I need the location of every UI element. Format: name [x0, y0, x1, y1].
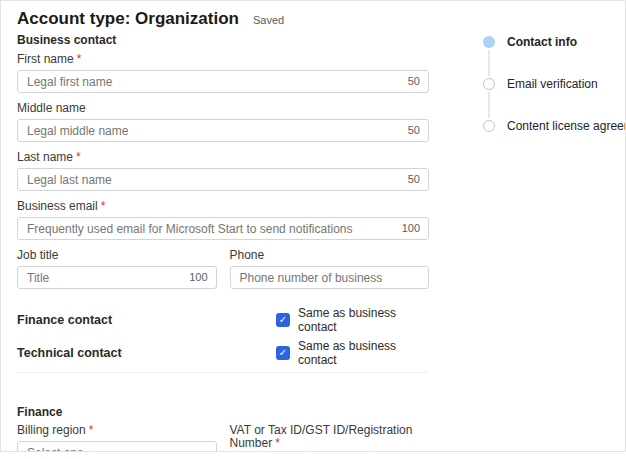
- job-title-field: Job title 100: [17, 249, 217, 289]
- business-email-input-wrap: 100: [17, 217, 429, 240]
- technical-same-as-business-checkbox[interactable]: ✓: [276, 346, 290, 360]
- job-phone-row: Job title 100 Phone: [17, 249, 429, 298]
- first-name-input[interactable]: [17, 70, 429, 93]
- step-label: Contact info: [507, 35, 577, 49]
- finance-row: Billing region* Select one VAT or Tax ID…: [17, 424, 429, 452]
- technical-same-as-business-label[interactable]: Same as business contact: [298, 339, 429, 367]
- checkmark-icon: ✓: [279, 347, 287, 358]
- technical-contact-heading: Technical contact: [17, 346, 276, 360]
- required-asterisk: *: [77, 52, 82, 66]
- step-active-dot-icon: [483, 36, 495, 48]
- phone-label-text: Phone: [230, 248, 265, 262]
- business-contact-heading: Business contact: [17, 33, 429, 47]
- step-content-license-agreement[interactable]: Content license agreement: [483, 120, 626, 132]
- job-title-label-text: Job title: [17, 248, 58, 262]
- finance-heading: Finance: [17, 405, 429, 419]
- step-connector: [488, 92, 490, 118]
- business-email-label: Business email*: [17, 200, 429, 213]
- finance-same-as-business-checkbox[interactable]: ✓: [276, 313, 290, 327]
- phone-field: Phone: [230, 249, 430, 289]
- business-email-label-text: Business email: [17, 199, 98, 213]
- chevron-down-icon: [199, 450, 206, 452]
- step-pending-dot-icon: [483, 78, 495, 90]
- billing-region-selected-value: Select one: [27, 446, 84, 453]
- technical-contact-row: Technical contact ✓ Same as business con…: [17, 343, 429, 363]
- job-title-input-wrap: 100: [17, 266, 217, 289]
- step-label: Email verification: [507, 77, 598, 91]
- middle-name-label-text: Middle name: [17, 101, 86, 115]
- business-email-field: Business email* 100: [17, 200, 429, 240]
- checkmark-icon: ✓: [279, 314, 287, 325]
- phone-label: Phone: [230, 249, 430, 262]
- step-contact-info[interactable]: Contact info: [483, 36, 626, 48]
- last-name-label-text: Last name: [17, 150, 73, 164]
- vat-label: VAT or Tax ID/GST ID/Registration Number…: [230, 424, 430, 450]
- middle-name-input[interactable]: [17, 119, 429, 142]
- finance-contact-heading: Finance contact: [17, 313, 276, 327]
- required-asterisk: *: [76, 150, 81, 164]
- business-email-input[interactable]: [17, 217, 429, 240]
- page-title: Account type: Organization: [17, 9, 239, 29]
- saved-status: Saved: [253, 14, 284, 26]
- job-title-input[interactable]: [17, 266, 217, 289]
- phone-input[interactable]: [230, 266, 430, 289]
- vat-field: VAT or Tax ID/GST ID/Registration Number…: [230, 424, 430, 452]
- phone-input-wrap: [230, 266, 430, 289]
- step-email-verification[interactable]: Email verification: [483, 78, 626, 90]
- section-divider: [17, 372, 429, 373]
- step-pending-dot-icon: [483, 120, 495, 132]
- required-asterisk: *: [89, 423, 94, 437]
- last-name-input-wrap: 50: [17, 168, 429, 191]
- required-asterisk: *: [101, 199, 106, 213]
- billing-region-label-text: Billing region: [17, 423, 86, 437]
- page-header: Account type: Organization Saved: [17, 9, 429, 29]
- finance-contact-row: Finance contact ✓ Same as business conta…: [17, 310, 429, 330]
- middle-name-label: Middle name: [17, 102, 429, 115]
- last-name-label: Last name*: [17, 151, 429, 164]
- middle-name-field: Middle name 50: [17, 102, 429, 142]
- step-label: Content license agreement: [507, 119, 626, 133]
- middle-name-input-wrap: 50: [17, 119, 429, 142]
- first-name-input-wrap: 50: [17, 70, 429, 93]
- billing-region-select[interactable]: Select one: [17, 441, 217, 452]
- form-column: Account type: Organization Saved Busines…: [17, 9, 429, 452]
- billing-region-label: Billing region*: [17, 424, 217, 437]
- first-name-label-text: First name: [17, 52, 74, 66]
- job-title-label: Job title: [17, 249, 217, 262]
- step-connector: [488, 50, 490, 76]
- first-name-field: First name* 50: [17, 53, 429, 93]
- last-name-field: Last name* 50: [17, 151, 429, 191]
- first-name-label: First name*: [17, 53, 429, 66]
- vat-label-text: VAT or Tax ID/GST ID/Registration Number: [230, 423, 413, 450]
- last-name-input[interactable]: [17, 168, 429, 191]
- account-form-card: Account type: Organization Saved Busines…: [0, 0, 626, 452]
- finance-same-as-business-label[interactable]: Same as business contact: [298, 306, 429, 334]
- required-asterisk: *: [275, 436, 280, 450]
- billing-region-field: Billing region* Select one: [17, 424, 217, 452]
- progress-stepper: Contact info Email verification Content …: [483, 36, 626, 132]
